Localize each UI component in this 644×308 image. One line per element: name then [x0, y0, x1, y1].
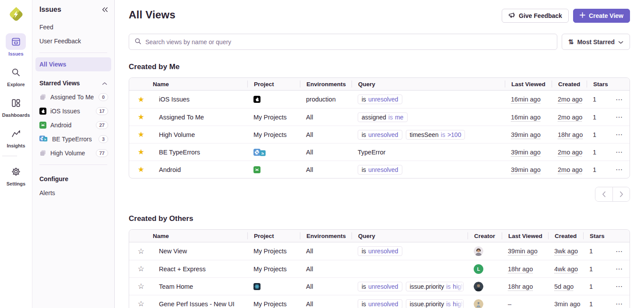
- star-toggle[interactable]: ☆: [129, 264, 153, 273]
- project-name: My Projects: [253, 266, 287, 273]
- stars-count: 1: [589, 248, 593, 255]
- name-cell: BE TypeErrors: [153, 149, 247, 156]
- view-name-link[interactable]: Team Home: [159, 283, 193, 290]
- star-filled-icon: ★: [137, 147, 144, 157]
- sidebar-divider: [39, 72, 107, 73]
- environments-value: All: [306, 266, 313, 273]
- row-menu-button[interactable]: ⋯: [609, 282, 630, 290]
- last-viewed-cell: –: [502, 301, 548, 308]
- star-outline-icon: ☆: [137, 247, 144, 256]
- project-cell: My Projects: [247, 131, 300, 138]
- stars-count-cell: 1: [583, 266, 609, 273]
- rail-item-issues[interactable]: Issues: [2, 33, 30, 56]
- name-cell: New View: [153, 248, 247, 255]
- starred-view-item[interactable]: iOS Issues17: [32, 104, 114, 118]
- sidebar-item-all-views[interactable]: All Views: [35, 57, 111, 71]
- stars-count-cell: 1: [587, 131, 609, 138]
- rail-item-dashboards[interactable]: Dashboards: [2, 94, 30, 118]
- configure-header: Configure: [39, 175, 68, 182]
- row-menu-button[interactable]: ⋯: [609, 165, 630, 174]
- query-cell: isunresolved: [352, 165, 505, 175]
- created-cell: 3min ago: [548, 301, 583, 308]
- create-view-button[interactable]: Create View: [573, 9, 630, 23]
- view-name-link[interactable]: BE TypeErrors: [159, 149, 200, 156]
- environments-cell: All: [300, 166, 352, 173]
- last-viewed-value: 39min ago: [511, 131, 541, 138]
- sidebar-collapse-icon[interactable]: [102, 7, 108, 12]
- last-viewed-value: –: [508, 301, 511, 308]
- query-token: high: [453, 283, 463, 290]
- give-feedback-button[interactable]: Give Feedback: [502, 9, 569, 23]
- name-cell: Team Home: [153, 283, 247, 290]
- created-value: 3wk ago: [554, 248, 578, 255]
- column-header-last-viewed: Last Viewed: [505, 80, 552, 88]
- android-project-icon: [253, 166, 260, 173]
- name-cell: iOS Issues: [153, 96, 247, 103]
- star-toggle[interactable]: ★: [129, 95, 153, 104]
- created-cell: 4wk ago: [548, 266, 583, 273]
- query-token: me: [395, 114, 403, 121]
- row-menu-button[interactable]: ⋯: [609, 95, 630, 104]
- view-count-badge: 77: [96, 149, 108, 157]
- query-cell: isunresolvedtimesSeenis>100: [352, 130, 505, 140]
- star-toggle[interactable]: ★: [129, 130, 153, 139]
- star-toggle[interactable]: ★: [129, 112, 153, 122]
- sidebar-item-feed[interactable]: Feed: [32, 20, 114, 34]
- rail-item-insights[interactable]: Insights: [2, 125, 30, 148]
- sort-dropdown[interactable]: ⇅ Most Starred: [562, 34, 630, 50]
- creator-avatar[interactable]: [474, 282, 483, 291]
- environments-cell: All: [300, 149, 352, 156]
- creator-cell: [468, 246, 502, 256]
- views-search[interactable]: [129, 34, 557, 50]
- view-name-link[interactable]: React + Express: [159, 266, 206, 273]
- star-toggle[interactable]: ★: [129, 165, 153, 174]
- react-project-icon: [253, 283, 260, 290]
- starred-view-item[interactable]: Assigned To Me0: [32, 90, 114, 104]
- creator-avatar[interactable]: [474, 299, 483, 308]
- sidebar-item-user-feedback[interactable]: User Feedback: [32, 34, 114, 48]
- next-page-button[interactable]: [612, 187, 630, 201]
- query-cell: isunresolvedissue.priorityishigh: [352, 282, 468, 291]
- starred-view-label: BE TypeErrors: [52, 136, 92, 143]
- view-name-link[interactable]: Gene Perf Issues - New UI: [159, 301, 234, 308]
- row-menu-button[interactable]: ⋯: [609, 247, 630, 256]
- starred-view-item[interactable]: High Volume77: [32, 146, 114, 160]
- view-name-link[interactable]: Android: [159, 166, 181, 173]
- star-toggle[interactable]: ☆: [129, 282, 153, 291]
- row-menu-button[interactable]: ⋯: [609, 130, 630, 139]
- query-token: timesSeen: [410, 131, 439, 138]
- last-viewed-cell: 39min ago: [505, 166, 552, 173]
- starred-view-item[interactable]: Android27: [32, 118, 114, 132]
- creator-avatar[interactable]: [474, 246, 483, 256]
- stars-count: 1: [593, 131, 596, 138]
- table-body: ★iOS Issuesproductionisunresolved16min a…: [129, 91, 630, 178]
- view-count-badge: 0: [99, 93, 108, 101]
- row-menu-button[interactable]: ⋯: [609, 300, 630, 308]
- view-name-link[interactable]: iOS Issues: [159, 96, 190, 103]
- rail-item-settings[interactable]: Settings: [2, 163, 30, 186]
- chevron-up-icon[interactable]: [102, 80, 107, 87]
- previous-page-button[interactable]: [595, 187, 612, 201]
- row-menu-button[interactable]: ⋯: [609, 148, 630, 156]
- creator-avatar[interactable]: L: [474, 264, 483, 274]
- row-menu-button[interactable]: ⋯: [609, 265, 630, 273]
- sidebar-divider: [39, 164, 107, 165]
- sentry-logo[interactable]: [7, 5, 25, 24]
- view-name-link[interactable]: Assigned To Me: [159, 114, 204, 121]
- star-toggle[interactable]: ★: [129, 147, 153, 157]
- last-viewed-cell: 39min ago: [505, 131, 552, 138]
- star-filled-icon: ★: [137, 95, 144, 104]
- view-name-link[interactable]: New View: [159, 248, 187, 255]
- star-toggle[interactable]: ☆: [129, 247, 153, 256]
- project-cell: [247, 149, 300, 156]
- query-token: unresolved: [368, 283, 398, 290]
- star-toggle[interactable]: ☆: [129, 299, 153, 308]
- project-cell: [247, 96, 300, 103]
- starred-view-item[interactable]: BE TypeErrors3: [32, 132, 114, 146]
- view-name-link[interactable]: High Volume: [159, 131, 195, 138]
- view-row: ★Assigned To MeMy ProjectsAllassignedism…: [129, 108, 630, 126]
- rail-item-explore[interactable]: Explore: [2, 64, 30, 87]
- search-input[interactable]: [145, 38, 552, 46]
- sidebar-item-alerts[interactable]: Alerts: [32, 186, 114, 200]
- row-menu-button[interactable]: ⋯: [609, 113, 630, 121]
